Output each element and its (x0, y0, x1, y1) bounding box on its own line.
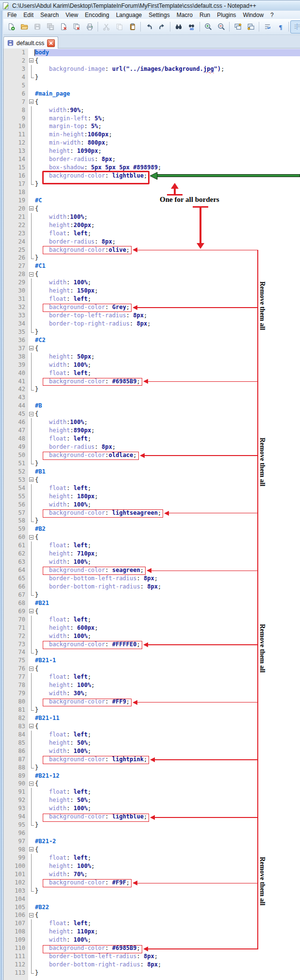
code-line[interactable]: 25 background-color:olive; (4, 246, 300, 254)
code-line[interactable]: 17} (4, 180, 300, 188)
save-all-button[interactable] (44, 20, 57, 33)
code-line[interactable]: 103} (4, 887, 300, 895)
code-line[interactable]: 63 width: 100%; (4, 558, 300, 566)
code-line[interactable]: 85 height: 50%; (4, 739, 300, 747)
fold-collapse-box-icon[interactable] (29, 724, 33, 728)
code-line[interactable]: 96 (4, 829, 300, 837)
code-line[interactable]: 28{ (4, 270, 300, 278)
title-bar[interactable]: C:\Users\Abdul Karim\Desktop\TemplateInF… (0, 0, 300, 11)
code-line[interactable]: 80 background-color: #FF9; (4, 698, 300, 706)
code-line[interactable]: 111 border-bottom-left-radius: 8px; (4, 952, 300, 961)
code-line[interactable]: 78 height: 100%; (4, 681, 300, 689)
code-line[interactable]: 88} (4, 764, 300, 772)
code-line[interactable]: 73 background-color: #FFFFE0; (4, 640, 300, 649)
editor-area[interactable]: 1body2{3 background-image: url("../image… (3, 49, 300, 980)
code-line[interactable]: 112 border-bottom-right-radius: 8px; (4, 961, 300, 969)
fold-collapse-box-icon[interactable] (29, 847, 33, 851)
fold-collapse-box-icon[interactable] (29, 913, 33, 917)
find-button[interactable] (172, 20, 185, 33)
fold-margin-cell[interactable] (28, 665, 35, 673)
code-line[interactable]: 75#B21-1 (4, 656, 300, 665)
code-line[interactable]: 82#B21-11 (4, 714, 300, 722)
code-line[interactable]: 57 background-color: lightseagreen; (4, 509, 300, 517)
code-line[interactable]: 34 border-top-right-radius: 8px; (4, 320, 300, 328)
menu-item-run[interactable]: Run (196, 11, 214, 19)
code-line[interactable]: 50 background-color:oldlace; (4, 451, 300, 459)
fold-collapse-box-icon[interactable] (29, 346, 33, 350)
code-line[interactable]: 69{ (4, 607, 300, 616)
code-line[interactable]: 71 height: 600px; (4, 624, 300, 632)
fold-collapse-box-icon[interactable] (29, 99, 33, 104)
code-line[interactable]: 45{ (4, 410, 300, 418)
word-wrap-button[interactable] (261, 20, 274, 33)
menu-item-window[interactable]: Window (239, 11, 267, 19)
fold-margin-cell[interactable] (28, 911, 35, 919)
menu-item-encoding[interactable]: Encoding (82, 11, 113, 19)
code-line[interactable]: 32 background-color: Grey; (4, 303, 300, 311)
code-line[interactable]: 91 float: left; (4, 788, 300, 796)
code-line[interactable]: 65 border-bottom-left-radius: 8px; (4, 574, 300, 583)
code-line[interactable]: 7{ (4, 98, 300, 106)
menu-item-search[interactable]: Search (37, 11, 62, 19)
fold-margin-cell[interactable] (28, 476, 35, 484)
menu-item-settings[interactable]: Settings (145, 11, 173, 19)
code-line[interactable]: 113} (4, 969, 300, 977)
fold-margin-cell[interactable] (28, 344, 35, 353)
code-line[interactable]: 54 float: left; (4, 484, 300, 492)
new-file-button[interactable] (4, 20, 17, 33)
code-line[interactable]: 81} (4, 706, 300, 714)
open-folder-button[interactable] (17, 20, 31, 33)
code-line[interactable]: 20{ (4, 205, 300, 213)
redo-button[interactable] (155, 20, 168, 33)
code-line[interactable]: 95} (4, 821, 300, 829)
code-line[interactable]: 109 width: 100%; (4, 936, 300, 944)
code-line[interactable]: 8 width:90%; (4, 106, 300, 114)
fold-collapse-box-icon[interactable] (29, 477, 33, 482)
code-line[interactable]: 110 background-color: #6985B9; (4, 944, 300, 952)
cut-button[interactable] (100, 20, 113, 33)
code-line[interactable]: 16 background-color: lightblue; (4, 172, 300, 180)
show-all-characters-button[interactable]: ¶ (274, 20, 287, 33)
code-line[interactable]: 12 min-width: 800px; (4, 139, 300, 147)
code-line[interactable]: 39 width: 100%; (4, 361, 300, 369)
code-line[interactable]: 83{ (4, 722, 300, 731)
close-all-documents-button[interactable] (70, 20, 83, 33)
tab-close-button[interactable] (47, 39, 55, 47)
code-line[interactable]: 74} (4, 648, 300, 656)
fold-margin-cell[interactable] (28, 270, 35, 278)
fold-margin-cell[interactable] (28, 410, 35, 418)
code-line[interactable]: 27#C1 (4, 262, 300, 270)
fold-margin-cell[interactable] (28, 722, 35, 731)
fold-margin-cell[interactable] (28, 780, 35, 788)
code-line[interactable]: 22 height:200px; (4, 221, 300, 229)
code-line[interactable]: 104 (4, 895, 300, 903)
code-line[interactable]: 35} (4, 328, 300, 336)
code-line[interactable]: 4} (4, 73, 300, 82)
fold-collapse-box-icon[interactable] (29, 782, 33, 786)
code-line[interactable]: 38 height: 50px; (4, 353, 300, 361)
code-line[interactable]: 15 box-shadow: 5px 5px 5px #898989; (4, 163, 300, 172)
fold-collapse-box-icon[interactable] (29, 272, 33, 277)
code-line[interactable]: 68#B21 (4, 599, 300, 607)
code-line[interactable]: 77 float: left; (4, 673, 300, 681)
code-line[interactable]: 70 float: left; (4, 616, 300, 624)
menu-item-file[interactable]: File (4, 11, 20, 19)
code-line[interactable]: 19#C (4, 196, 300, 205)
code-line[interactable]: 79 width: 30%; (4, 689, 300, 698)
code-line[interactable]: 106{ (4, 911, 300, 919)
code-line[interactable]: 59#B2 (4, 525, 300, 533)
code-line[interactable]: 9 margin-left: 5%; (4, 114, 300, 123)
code-line[interactable]: 49 border-radius: 8px; (4, 443, 300, 451)
code-line[interactable]: 3 background-image: url("../images/backg… (4, 65, 300, 73)
code-line[interactable]: 92 height: 50%; (4, 796, 300, 804)
code-line[interactable]: 60{ (4, 533, 300, 541)
sync-horizontal-scrolling-button[interactable] (244, 20, 257, 33)
print-button[interactable] (83, 20, 96, 33)
code-line[interactable]: 107 float: left; (4, 919, 300, 928)
code-line[interactable]: 52#B1 (4, 468, 300, 476)
fold-collapse-box-icon[interactable] (29, 609, 33, 613)
code-line[interactable]: 18 (4, 188, 300, 196)
code-line[interactable]: 56 width: 100%; (4, 501, 300, 509)
sync-vertical-scrolling-button[interactable] (231, 20, 244, 33)
code-line[interactable]: 41 background-color: #6985B9; (4, 377, 300, 386)
